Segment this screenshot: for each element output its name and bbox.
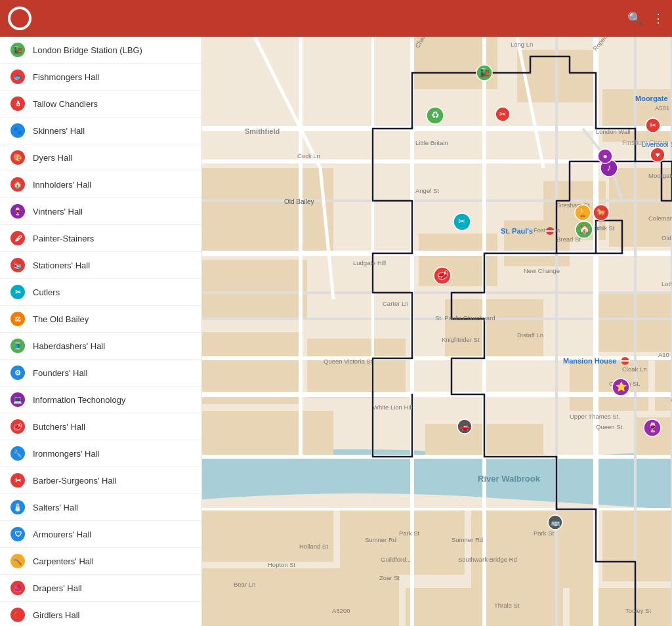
app-logo bbox=[8, 7, 32, 30]
item-label: Cutlers bbox=[33, 287, 60, 297]
svg-text:Thrale St: Thrale St bbox=[494, 602, 520, 609]
sidebar-item[interactable]: 🔧Ironmongers' Hall bbox=[0, 440, 201, 467]
svg-text:Sumner Rd: Sumner Rd bbox=[452, 536, 483, 543]
sidebar-item[interactable]: 🕯Tallow Chandlers bbox=[0, 91, 201, 117]
svg-text:St. Paul's Churchyard: St. Paul's Churchyard bbox=[435, 314, 495, 322]
svg-text:Zoar St: Zoar St bbox=[379, 574, 400, 581]
svg-text:Lothbury: Lothbury bbox=[662, 280, 672, 287]
svg-text:🏆: 🏆 bbox=[578, 207, 589, 218]
sidebar-item[interactable]: 🧂Salters' Hall bbox=[0, 494, 201, 521]
sidebar-item[interactable]: ✂Barber-Surgeons' Hall bbox=[0, 467, 201, 494]
svg-text:Distaff Ln: Distaff Ln bbox=[517, 331, 543, 339]
svg-text:Long Ln: Long Ln bbox=[511, 41, 533, 48]
item-label: Vintners' Hall bbox=[33, 207, 83, 217]
search-icon[interactable]: 🔍 bbox=[627, 11, 642, 26]
item-icon: ✂ bbox=[10, 285, 25, 299]
svg-text:Sumner Rd: Sumner Rd bbox=[365, 536, 396, 543]
svg-text:🏠: 🏠 bbox=[579, 224, 591, 235]
item-label: Information Techonology bbox=[33, 395, 125, 405]
sidebar-item[interactable]: 📚Stationers' Hall bbox=[0, 252, 201, 279]
item-icon: 🐾 bbox=[10, 123, 25, 138]
sidebar-item[interactable]: 🛡Armourers' Hall bbox=[0, 521, 201, 548]
item-icon: 🚂 bbox=[10, 43, 25, 57]
item-label: Ironmongers' Hall bbox=[33, 449, 99, 459]
sidebar-item[interactable]: 🖌Painter-Stainers bbox=[0, 225, 201, 252]
sidebar-item[interactable]: 🚂London Bridge Station (LBG) bbox=[0, 37, 201, 64]
item-label: Skinners' Hall bbox=[33, 126, 85, 136]
item-icon: 🖌 bbox=[10, 231, 25, 245]
sidebar-item[interactable]: 🍷Vintners' Hall bbox=[0, 198, 201, 225]
svg-text:🚂: 🚂 bbox=[479, 67, 490, 78]
sidebar-item[interactable]: 💻Information Techonology bbox=[0, 386, 201, 413]
item-label: London Bridge Station (LBG) bbox=[33, 45, 142, 55]
svg-text:🥩: 🥩 bbox=[437, 270, 449, 281]
sidebar-item[interactable]: ✂Cutlers bbox=[0, 279, 201, 306]
svg-text:Carter Ln: Carter Ln bbox=[383, 300, 409, 307]
svg-text:🚗: 🚗 bbox=[460, 421, 470, 431]
sidebar-item[interactable]: 🐟Fishmongers Hall bbox=[0, 64, 201, 91]
item-label: Barber-Surgeons' Hall bbox=[33, 476, 117, 486]
item-icon: ⚖ bbox=[10, 312, 25, 326]
more-options-icon[interactable]: ⋮ bbox=[652, 11, 664, 26]
svg-text:Angel St: Angel St bbox=[415, 187, 439, 194]
svg-text:Upper Thames St.: Upper Thames St. bbox=[570, 413, 620, 420]
sidebar-item[interactable]: 🥩Butchers' Hall bbox=[0, 413, 201, 440]
item-label: Founders' Hall bbox=[33, 368, 87, 378]
item-label: Girdlers Hall bbox=[33, 610, 80, 620]
item-icon: 🎨 bbox=[10, 150, 25, 165]
item-label: Drapers' Hall bbox=[33, 583, 82, 593]
svg-text:Moorgate: Moorgate bbox=[648, 172, 672, 179]
svg-text:Coleman St: Coleman St bbox=[648, 215, 672, 222]
sidebar-item[interactable]: ⚙Founders' Hall bbox=[0, 360, 201, 386]
svg-text:Old Jewry: Old Jewry bbox=[662, 234, 672, 241]
main-content: 🚂London Bridge Station (LBG)🐟Fishmongers… bbox=[0, 37, 672, 626]
map-svg: River WalbrookCharterhouse StLong LnRope… bbox=[202, 37, 672, 626]
item-label: Fishmongers Hall bbox=[33, 72, 99, 82]
item-icon: ✂ bbox=[10, 473, 25, 488]
svg-text:Queen Victoria St: Queen Victoria St bbox=[324, 358, 373, 365]
svg-text:A501: A501 bbox=[655, 104, 669, 112]
svg-text:Queen St.: Queen St. bbox=[596, 423, 624, 430]
sidebar-item[interactable]: ⭕Girdlers Hall bbox=[0, 602, 201, 626]
svg-text:River Walbrook: River Walbrook bbox=[478, 474, 541, 484]
svg-text:Bear Ln: Bear Ln bbox=[234, 581, 255, 588]
item-label: Innholders' Hall bbox=[33, 180, 91, 190]
item-label: Painter-Stainers bbox=[33, 234, 94, 243]
sidebar-item[interactable]: 🧵Haberdashers' Hall bbox=[0, 333, 201, 360]
item-label: Carpenters' Hall bbox=[33, 556, 94, 566]
item-icon: 🍷 bbox=[10, 204, 25, 219]
svg-text:⭐: ⭐ bbox=[616, 381, 627, 392]
sidebar-item[interactable]: 🐾Skinners' Hall bbox=[0, 117, 201, 144]
svg-text:✂: ✂ bbox=[499, 110, 506, 119]
map-area[interactable]: River WalbrookCharterhouse StLong LnRope… bbox=[202, 37, 672, 626]
sidebar-item[interactable]: 🎨Dyers Hall bbox=[0, 144, 201, 171]
item-icon: 🔧 bbox=[10, 446, 25, 461]
item-icon: 🏠 bbox=[10, 177, 25, 192]
svg-text:White Lion Hill: White Lion Hill bbox=[373, 404, 413, 411]
svg-text:♥: ♥ bbox=[655, 150, 660, 159]
sidebar-item[interactable]: 🔨Carpenters' Hall bbox=[0, 548, 201, 575]
svg-text:🚌: 🚌 bbox=[551, 517, 560, 527]
sidebar-item[interactable]: 🧶Drapers' Hall bbox=[0, 575, 201, 602]
svg-text:Cloak Ln: Cloak Ln bbox=[622, 365, 647, 373]
svg-text:Moorgate: Moorgate bbox=[635, 94, 668, 102]
item-icon: 🧶 bbox=[10, 581, 25, 595]
svg-text:Bread St: Bread St bbox=[556, 236, 581, 243]
svg-text:Old Bailey: Old Bailey bbox=[284, 198, 314, 205]
sidebar-item[interactable]: ⚖The Old Bailey bbox=[0, 306, 201, 333]
item-icon: 🐟 bbox=[10, 70, 25, 84]
svg-text:London Wall: London Wall bbox=[596, 128, 630, 135]
svg-text:●: ● bbox=[602, 152, 607, 161]
svg-text:🍷: 🍷 bbox=[647, 422, 659, 433]
svg-text:A10: A10 bbox=[658, 351, 669, 358]
item-icon: 🧂 bbox=[10, 500, 25, 514]
svg-text:♻: ♻ bbox=[431, 110, 440, 120]
item-label: Haberdashers' Hall bbox=[33, 341, 105, 351]
svg-text:✂: ✂ bbox=[458, 216, 466, 226]
item-label: Stationers' Hall bbox=[33, 261, 90, 270]
svg-text:Hopton St: Hopton St bbox=[268, 561, 296, 568]
logo-inner bbox=[10, 9, 29, 28]
svg-text:Tooley St: Tooley St bbox=[625, 607, 651, 614]
item-label: Armourers' Hall bbox=[33, 530, 91, 539]
sidebar-item[interactable]: 🏠Innholders' Hall bbox=[0, 171, 201, 198]
